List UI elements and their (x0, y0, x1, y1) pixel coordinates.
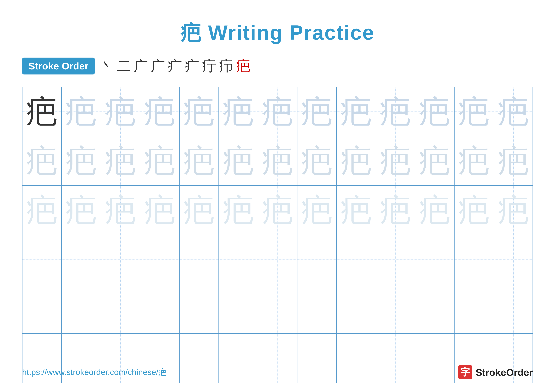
cell-character: 疤 (301, 96, 333, 127)
grid-cell[interactable]: 疤 (219, 136, 258, 185)
cell-character: 疤 (380, 96, 411, 127)
cell-character: 疤 (340, 194, 372, 226)
cell-character: 疤 (26, 194, 58, 226)
grid-cell[interactable]: 疤 (415, 186, 454, 235)
grid-row: 疤疤疤疤疤疤疤疤疤疤疤疤疤 (22, 136, 533, 186)
cell-character: 疤 (183, 96, 215, 127)
stroke-order-badge: Stroke Order (22, 57, 95, 74)
grid-cell[interactable] (376, 235, 415, 284)
cell-character: 疤 (183, 145, 215, 177)
footer-url[interactable]: https://www.strokeorder.com/chinese/疤 (22, 367, 167, 378)
grid-cell[interactable]: 疤 (22, 87, 62, 136)
grid-row (22, 235, 533, 284)
grid-cell[interactable]: 疤 (22, 186, 62, 235)
stroke-9: 疤 (236, 56, 250, 76)
grid-cell[interactable] (258, 284, 297, 333)
grid-cell[interactable]: 疤 (297, 136, 337, 185)
grid-cell[interactable]: 疤 (454, 87, 494, 136)
grid-cell[interactable] (140, 235, 180, 284)
grid-cell[interactable]: 疤 (258, 136, 297, 185)
grid-cell[interactable]: 疤 (62, 186, 101, 235)
grid-cell[interactable] (180, 235, 219, 284)
grid-cell[interactable] (337, 235, 376, 284)
grid-cell[interactable]: 疤 (180, 136, 219, 185)
grid-cell[interactable]: 疤 (180, 87, 219, 136)
grid-cell[interactable] (415, 284, 454, 333)
grid-row: 疤疤疤疤疤疤疤疤疤疤疤疤疤 (22, 186, 533, 235)
grid-cell[interactable]: 疤 (219, 87, 258, 136)
grid-cell[interactable]: 疤 (337, 186, 376, 235)
cell-character: 疤 (419, 96, 451, 127)
cell-character: 疤 (223, 96, 254, 127)
grid-cell[interactable] (454, 284, 494, 333)
cell-character: 疤 (340, 96, 372, 127)
grid-cell[interactable] (297, 284, 337, 333)
grid-cell[interactable] (22, 235, 62, 284)
grid-cell[interactable]: 疤 (454, 136, 494, 185)
grid-cell[interactable]: 疤 (494, 186, 533, 235)
grid-cell[interactable]: 疤 (180, 186, 219, 235)
grid-cell[interactable] (62, 284, 101, 333)
grid-cell[interactable] (22, 284, 62, 333)
grid-cell[interactable] (454, 235, 494, 284)
grid-cell[interactable]: 疤 (415, 87, 454, 136)
page-title: 疤 Writing Practice (0, 0, 555, 47)
grid-cell[interactable]: 疤 (494, 87, 533, 136)
grid-cell[interactable]: 疤 (140, 186, 180, 235)
cell-character: 疤 (458, 96, 490, 127)
grid-cell[interactable]: 疤 (62, 136, 101, 185)
stroke-order-row: Stroke Order 丶 二 广 广 疒 疒 疔 疖 疤 (0, 47, 555, 82)
grid-cell[interactable]: 疤 (337, 87, 376, 136)
grid-cell[interactable] (62, 235, 101, 284)
grid-cell[interactable]: 疤 (101, 136, 140, 185)
cell-character: 疤 (26, 145, 58, 177)
grid-cell[interactable]: 疤 (376, 87, 415, 136)
practice-grid: 疤疤疤疤疤疤疤疤疤疤疤疤疤疤疤疤疤疤疤疤疤疤疤疤疤疤疤疤疤疤疤疤疤疤疤疤疤疤疤 (22, 87, 533, 383)
cell-character: 疤 (498, 96, 529, 127)
grid-cell[interactable] (415, 235, 454, 284)
cell-character: 疤 (65, 145, 97, 177)
grid-cell[interactable]: 疤 (454, 186, 494, 235)
grid-cell[interactable] (337, 284, 376, 333)
grid-cell[interactable]: 疤 (415, 136, 454, 185)
grid-cell[interactable] (376, 284, 415, 333)
cell-character: 疤 (380, 145, 411, 177)
grid-cell[interactable]: 疤 (101, 186, 140, 235)
grid-cell[interactable] (219, 284, 258, 333)
grid-cell[interactable]: 疤 (297, 186, 337, 235)
grid-cell[interactable]: 疤 (140, 136, 180, 185)
grid-cell[interactable]: 疤 (297, 87, 337, 136)
grid-cell[interactable] (258, 235, 297, 284)
grid-cell[interactable]: 疤 (140, 87, 180, 136)
grid-cell[interactable] (180, 284, 219, 333)
cell-character: 疤 (419, 145, 451, 177)
grid-cell[interactable] (297, 235, 337, 284)
grid-cell[interactable]: 疤 (22, 136, 62, 185)
grid-cell[interactable] (494, 235, 533, 284)
grid-cell[interactable]: 疤 (376, 186, 415, 235)
stroke-2: 二 (117, 56, 131, 76)
cell-character: 疤 (144, 96, 175, 127)
grid-cell[interactable]: 疤 (219, 186, 258, 235)
cell-character: 疤 (262, 96, 293, 127)
cell-character: 疤 (380, 194, 411, 226)
cell-character: 疤 (144, 145, 175, 177)
grid-cell[interactable] (140, 284, 180, 333)
grid-row (22, 284, 533, 334)
grid-cell[interactable]: 疤 (258, 87, 297, 136)
cell-character: 疤 (144, 194, 175, 226)
grid-cell[interactable] (101, 284, 140, 333)
grid-cell[interactable]: 疤 (101, 87, 140, 136)
grid-cell[interactable]: 疤 (62, 87, 101, 136)
cell-character: 疤 (301, 145, 333, 177)
grid-cell[interactable]: 疤 (258, 186, 297, 235)
grid-cell[interactable] (494, 284, 533, 333)
cell-character: 疤 (301, 194, 333, 226)
stroke-1: 丶 (100, 56, 114, 76)
grid-cell[interactable]: 疤 (376, 136, 415, 185)
grid-cell[interactable] (101, 235, 140, 284)
grid-cell[interactable] (219, 235, 258, 284)
stroke-3: 广 (134, 56, 148, 76)
grid-cell[interactable]: 疤 (337, 136, 376, 185)
grid-cell[interactable]: 疤 (494, 136, 533, 185)
